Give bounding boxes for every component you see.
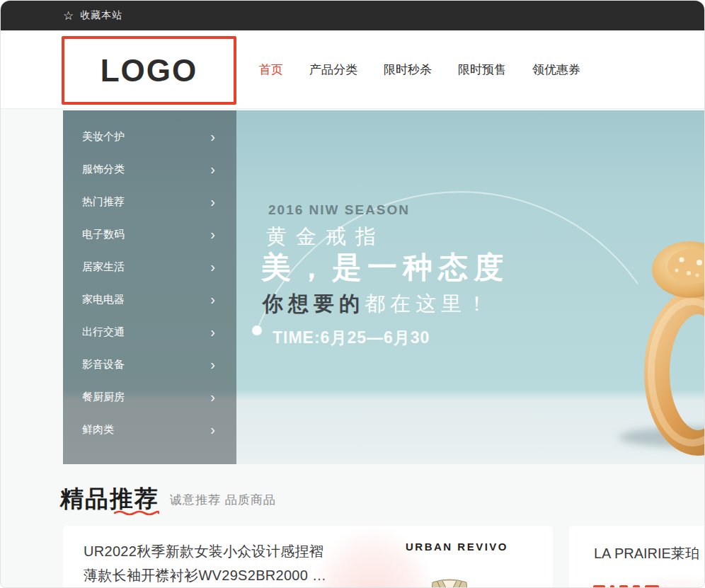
- product-title: LA PRAIRIE莱珀: [594, 544, 699, 563]
- shirt-image: [429, 577, 470, 588]
- category-label: 餐厨厨房: [82, 391, 125, 404]
- nav-item-flash-sale[interactable]: 限时秒杀: [384, 62, 432, 78]
- banner-tagline-rest: 都在这里！: [365, 292, 492, 315]
- banner-tagline: 你想要的都在这里！: [263, 290, 492, 318]
- hero-banner[interactable]: 2016 NIW SEASON 黄金戒指 美，是一种态度 你想要的都在这里！ T…: [63, 110, 704, 464]
- logo[interactable]: LOGO: [62, 36, 236, 105]
- featured-title-text: 精品推荐: [60, 485, 159, 512]
- category-label: 热门推荐: [82, 195, 125, 209]
- category-item-apparel[interactable]: 服饰分类›: [63, 153, 236, 185]
- category-label: 居家生活: [82, 260, 125, 274]
- category-label: 家电电器: [82, 293, 125, 306]
- category-label: 鲜肉类: [82, 423, 114, 437]
- category-label: 影音设备: [82, 358, 125, 371]
- product-card-la-prairie[interactable]: LA PRAIRIE莱珀: [569, 526, 704, 588]
- logo-text: LOGO: [101, 53, 198, 88]
- arc-dot: [252, 325, 262, 335]
- featured-subtitle: 诚意推荐 品质商品: [170, 492, 276, 508]
- category-item-appliances[interactable]: 家电电器›: [63, 283, 236, 316]
- product-image-pink-blob: [307, 526, 438, 588]
- chevron-right-icon: ›: [210, 260, 215, 274]
- chevron-right-icon: ›: [210, 195, 215, 209]
- category-item-fresh-meat[interactable]: 鲜肉类›: [63, 413, 236, 446]
- topbar: ☆ 收藏本站: [1, 1, 704, 30]
- featured-section-header: 精品推荐 诚意推荐 品质商品: [60, 483, 276, 515]
- banner-tagline-bold: 你想要的: [263, 292, 365, 315]
- favorite-site-link[interactable]: 收藏本站: [80, 9, 122, 22]
- banner-season-label: 2016 NIW SEASON: [268, 202, 410, 218]
- header: LOGO 首页 产品分类 限时秒杀 限时预售 领优惠券: [1, 30, 704, 109]
- main-nav: 首页 产品分类 限时秒杀 限时预售 领优惠券: [259, 30, 580, 108]
- nav-item-home[interactable]: 首页: [259, 62, 283, 78]
- favorite-star-icon[interactable]: ☆: [63, 10, 74, 22]
- red-squiggle-underline: [114, 509, 159, 516]
- chevron-right-icon: ›: [210, 227, 215, 241]
- category-menu: 美妆个护› 服饰分类› 热门推荐› 电子数码› 居家生活› 家电电器› 出行交通…: [63, 110, 236, 464]
- category-item-kitchen[interactable]: 餐厨厨房›: [63, 381, 236, 413]
- category-item-digital[interactable]: 电子数码›: [63, 218, 236, 250]
- category-item-audio-video[interactable]: 影音设备›: [63, 348, 236, 381]
- chevron-right-icon: ›: [210, 162, 215, 176]
- page: ☆ 收藏本站 LOGO 首页 产品分类 限时秒杀 限时预售 领优惠券: [0, 0, 705, 588]
- banner-product-label: 黄金戒指: [266, 223, 385, 251]
- chevron-right-icon: ›: [210, 129, 215, 144]
- featured-title: 精品推荐: [60, 483, 159, 515]
- category-label: 服饰分类: [82, 163, 125, 176]
- nav-item-presale[interactable]: 限时预售: [458, 62, 506, 78]
- category-item-travel[interactable]: 出行交通›: [63, 316, 236, 348]
- category-label: 电子数码: [82, 228, 125, 241]
- nav-item-coupons[interactable]: 领优惠券: [532, 62, 580, 78]
- price-clipped: [593, 585, 678, 588]
- product-card-ur-shirt[interactable]: UR2022秋季新款女装小众设计感捏褶 薄款长袖开襟衬衫WV29S2BR2000…: [63, 526, 553, 588]
- category-label: 美妆个护: [82, 130, 125, 144]
- nav-item-categories[interactable]: 产品分类: [309, 62, 357, 78]
- category-label: 出行交通: [82, 325, 125, 339]
- chevron-right-icon: ›: [210, 422, 215, 437]
- chevron-right-icon: ›: [210, 292, 215, 306]
- chevron-right-icon: ›: [210, 390, 215, 404]
- category-item-home-life[interactable]: 居家生活›: [63, 250, 236, 283]
- banner-time-label: TIME:6月25—6月30: [273, 327, 430, 349]
- banner-headline: 美，是一种态度: [261, 248, 509, 287]
- category-item-hot[interactable]: 热门推荐›: [63, 185, 236, 218]
- chevron-right-icon: ›: [210, 357, 215, 371]
- product-brand-urban-revivo: URBAN REVIVO: [406, 541, 508, 553]
- chevron-right-icon: ›: [210, 325, 215, 339]
- category-item-beauty[interactable]: 美妆个护›: [63, 120, 236, 153]
